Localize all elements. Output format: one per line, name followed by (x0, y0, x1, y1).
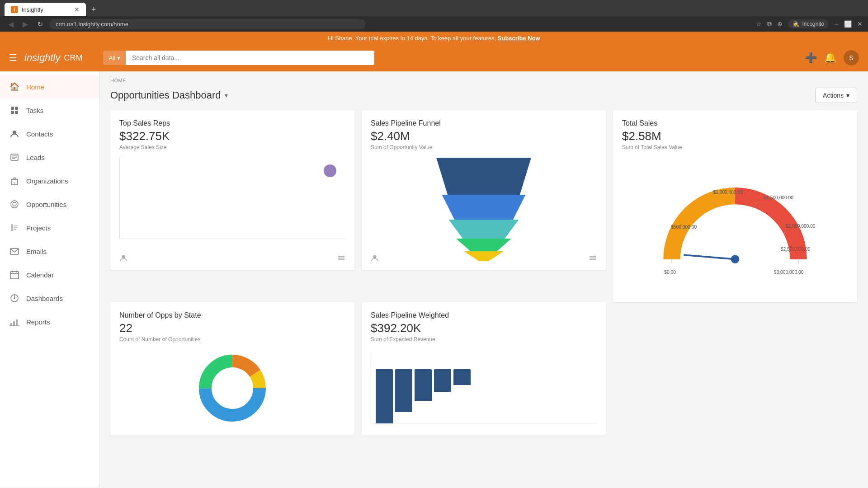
widget-sales-pipeline-funnel: Sales Pipeline Funnel $2.40M Sum of Oppo… (362, 110, 606, 270)
leads-icon (9, 152, 20, 163)
svg-rect-15 (14, 227, 17, 228)
funnel-level-1 (436, 158, 531, 195)
widget-subtitle-top-sales: Average Sales Size (119, 144, 345, 150)
tab-title: Insightly (22, 6, 43, 13)
widget-value-pipeline: $2.40M (371, 129, 597, 143)
list-view-icon[interactable] (337, 254, 345, 264)
incognito-icon: 🕵 (793, 21, 799, 27)
wf-bar-4 (434, 369, 451, 392)
person-icon-2 (371, 254, 379, 264)
close-window-button[interactable]: ✕ (857, 20, 863, 28)
actions-button[interactable]: Actions ▾ (815, 88, 857, 103)
user-avatar[interactable]: S (844, 50, 859, 66)
maximize-button[interactable]: ⬜ (844, 20, 852, 28)
svg-rect-0 (11, 107, 14, 110)
widget-top-sales-reps: Top Sales Reps $322.75K Average Sales Si… (110, 110, 354, 270)
dropdown-arrow-icon: ▾ (117, 55, 120, 61)
svg-rect-35 (590, 258, 596, 258)
page-title-dropdown-button[interactable]: ▾ (225, 92, 228, 99)
gauge-chart: $0.00 $500,000.00 $1,000,000.00 $1,500,0… (622, 158, 848, 293)
svg-rect-31 (338, 258, 344, 258)
widget-title-pipeline: Sales Pipeline Funnel (371, 119, 597, 127)
new-tab-button[interactable]: + (88, 3, 100, 16)
reports-icon (9, 316, 20, 327)
sidebar-label-contacts: Contacts (26, 130, 53, 138)
active-tab[interactable]: i Insightly ✕ (5, 3, 86, 16)
svg-point-29 (122, 255, 125, 258)
tab-close-button[interactable]: ✕ (74, 6, 80, 13)
scatter-chart-top-sales (119, 158, 345, 239)
svg-line-37 (684, 255, 735, 259)
extensions-icon[interactable]: ⧉ (767, 20, 772, 28)
sidebar-item-opportunities[interactable]: Opportunities (0, 192, 99, 216)
list-view-icon-2[interactable] (589, 254, 597, 264)
forward-button[interactable]: ▶ (20, 19, 31, 29)
svg-rect-1 (11, 111, 14, 114)
reload-button[interactable]: ↻ (34, 19, 46, 29)
logo-text: insightly (24, 52, 60, 64)
sidebar-item-tasks[interactable]: Tasks (0, 99, 99, 122)
dashboards-icon (9, 293, 20, 304)
opportunities-icon (9, 199, 20, 210)
svg-rect-3 (15, 111, 18, 114)
page-title-area: Opportunities Dashboard ▾ (110, 89, 228, 101)
subscribe-link[interactable]: Subscribe Now (498, 35, 540, 42)
address-bar[interactable]: crm.na1.insightly.com/home (49, 19, 366, 29)
svg-rect-34 (590, 256, 596, 257)
profile-icon[interactable]: ⊕ (777, 20, 783, 28)
svg-rect-13 (11, 224, 13, 231)
app-header: ☰ insightly CRM All ▾ ➕ 🔔 S (0, 44, 868, 71)
svg-text:$1,000,000.00: $1,000,000.00 (713, 190, 743, 195)
sidebar-item-home[interactable]: 🏠 Home (0, 75, 99, 99)
sidebar-item-organizations[interactable]: Organizations (0, 169, 99, 192)
funnel-level-4 (456, 239, 511, 251)
sidebar-label-projects: Projects (26, 224, 51, 232)
donut-chart-svg (194, 350, 271, 427)
sidebar-item-projects[interactable]: Projects (0, 216, 99, 239)
breadcrumb-bar: HOME (99, 71, 868, 86)
sidebar-item-dashboards[interactable]: Dashboards (0, 286, 99, 310)
projects-icon (9, 222, 20, 233)
svg-point-11 (11, 201, 18, 208)
home-icon: 🏠 (9, 81, 20, 92)
trial-message: Hi Shane. Your trial expires in 14 days.… (328, 35, 496, 42)
sidebar-label-dashboards: Dashboards (26, 295, 63, 302)
gauge-span-placeholder (613, 302, 857, 436)
page-header: Opportunities Dashboard ▾ Actions ▾ (99, 86, 868, 110)
sidebar-item-calendar[interactable]: Calendar (0, 263, 99, 286)
content-area: HOME Opportunities Dashboard ▾ Actions ▾… (99, 71, 868, 487)
widget-subtitle-total-sales: Sum of Total Sales Value (622, 144, 848, 150)
sidebar-item-reports[interactable]: Reports (0, 310, 99, 333)
widget-subtitle-opps-state: Count of Number of Opportunities (119, 336, 345, 343)
svg-rect-14 (14, 225, 18, 226)
sidebar-item-leads[interactable]: Leads (0, 145, 99, 169)
scatter-dot (324, 164, 336, 177)
widget-title-opps-state: Number of Opps by State (119, 311, 345, 319)
widget-title-total-sales: Total Sales (622, 119, 848, 127)
svg-point-57 (214, 370, 250, 406)
svg-rect-10 (14, 182, 15, 185)
actions-dropdown-icon: ▾ (846, 92, 849, 99)
widget-subtitle-weighted: Sum of Expected Revenue (371, 336, 597, 343)
widget-footer-pipeline (371, 254, 597, 264)
global-search-input[interactable] (126, 51, 375, 65)
sidebar: 🏠 Home Tasks Contacts Leads Organizat (0, 71, 99, 487)
bookmark-icon[interactable]: ☆ (756, 20, 762, 28)
search-scope-button[interactable]: All ▾ (103, 51, 125, 65)
search-container: All ▾ (103, 51, 374, 65)
sidebar-label-tasks: Tasks (26, 107, 43, 114)
svg-rect-2 (15, 107, 18, 110)
widget-total-sales: Total Sales $2.58M Sum of Total Sales Va… (613, 110, 857, 302)
hamburger-menu-button[interactable]: ☰ (9, 52, 17, 63)
back-button[interactable]: ◀ (5, 19, 16, 29)
sidebar-label-home: Home (26, 83, 44, 91)
minimize-button[interactable]: ─ (834, 20, 839, 28)
browser-nav: ◀ ▶ ↻ crm.na1.insightly.com/home ☆ ⧉ ⊕ 🕵… (0, 16, 868, 32)
add-button[interactable]: ➕ (805, 52, 817, 64)
notifications-bell-icon[interactable]: 🔔 (824, 52, 836, 64)
svg-text:$0.00: $0.00 (664, 270, 676, 275)
sidebar-item-emails[interactable]: Emails (0, 239, 99, 263)
sidebar-item-contacts[interactable]: Contacts (0, 122, 99, 145)
sidebar-label-calendar: Calendar (26, 271, 54, 279)
browser-chrome: i Insightly ✕ + ◀ ▶ ↻ crm.na1.insightly.… (0, 0, 868, 32)
